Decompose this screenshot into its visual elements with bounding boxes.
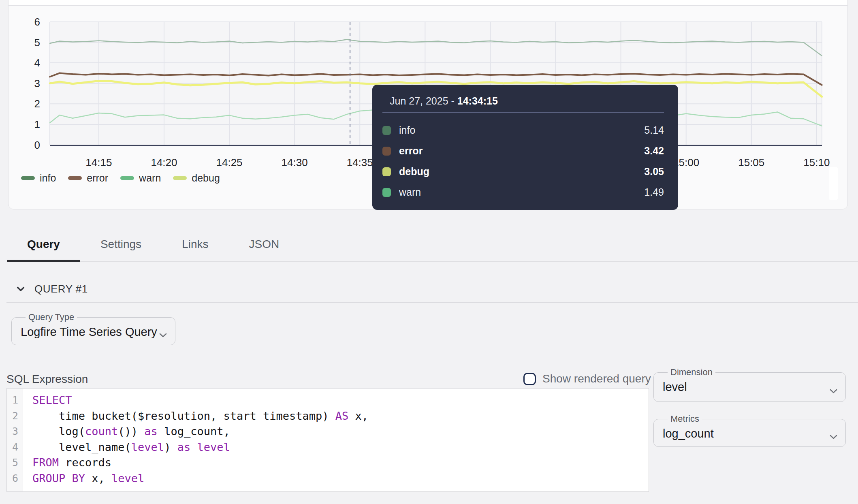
- checkbox-unchecked-icon[interactable]: [523, 373, 536, 385]
- legend-item-error[interactable]: error: [68, 172, 108, 184]
- legend-label: debug: [192, 172, 220, 184]
- tooltip-series-value: 3.05: [644, 166, 664, 177]
- legend-label: info: [40, 172, 56, 184]
- chevron-down-icon: [830, 435, 837, 439]
- tab-label: Query: [27, 238, 60, 251]
- legend-swatch-debug: [173, 176, 187, 180]
- tooltip-timestamp: Jun 27, 2025 - 14:34:15: [390, 94, 664, 107]
- tab-query[interactable]: Query: [7, 228, 80, 261]
- chevron-down-icon: [159, 333, 167, 337]
- tooltip-divider: [382, 112, 664, 113]
- tab-links[interactable]: Links: [162, 228, 228, 261]
- tooltip-series-value: 5.14: [644, 124, 664, 136]
- chart-panel: 14:1514:2014:2514:3014:3514:4014:4514:50…: [8, 5, 848, 209]
- code-line-5: FROM records: [32, 455, 649, 471]
- svg-text:0: 0: [34, 139, 40, 151]
- code-line-6: GROUP BY x, level: [32, 471, 649, 487]
- tooltip-series-name: warn: [399, 186, 421, 198]
- tooltip-series-value: 3.42: [644, 145, 664, 157]
- legend-swatch-warn: [120, 176, 134, 180]
- dimension-select[interactable]: Dimension level: [653, 367, 846, 402]
- svg-text:5: 5: [34, 36, 40, 49]
- tab-json[interactable]: JSON: [228, 228, 299, 261]
- tooltip-series-name: error: [399, 145, 423, 157]
- tooltip-swatch-info: [382, 126, 391, 135]
- tab-label: JSON: [249, 238, 279, 251]
- chart-tooltip: Jun 27, 2025 - 14:34:15 info5.14error3.4…: [372, 85, 678, 210]
- chevron-down-icon: [830, 389, 837, 393]
- tooltip-row-error: error3.42: [382, 141, 664, 161]
- metrics-label: Metrics: [668, 414, 702, 424]
- tab-label: Settings: [100, 238, 141, 251]
- chart-legend: infoerrorwarndebug: [21, 171, 220, 185]
- svg-text:14:35: 14:35: [347, 156, 373, 169]
- show-rendered-query-label: Show rendered query: [542, 372, 651, 385]
- tab-settings[interactable]: Settings: [80, 228, 162, 261]
- query-type-label: Query Type: [26, 312, 77, 322]
- svg-text:14:25: 14:25: [216, 156, 243, 169]
- panel-header-strip: [8, 0, 848, 5]
- code-line-1: SELECT: [32, 393, 649, 408]
- legend-label: warn: [139, 172, 161, 184]
- show-rendered-query-toggle[interactable]: Show rendered query: [523, 371, 651, 387]
- svg-text:3: 3: [34, 77, 40, 90]
- sql-editor[interactable]: 123456 SELECT time_bucket($resolution, s…: [6, 388, 649, 492]
- legend-item-info[interactable]: info: [21, 172, 56, 184]
- query-type-value: Logfire Time Series Query: [21, 325, 157, 339]
- tooltip-swatch-debug: [382, 167, 391, 176]
- legend-item-debug[interactable]: debug: [173, 172, 220, 184]
- code-line-4: level_name(level) as level: [32, 440, 649, 455]
- editor-code[interactable]: SELECT time_bucket($resolution, start_ti…: [23, 393, 649, 486]
- legend-swatch-error: [68, 176, 82, 180]
- query-type-select[interactable]: Query Type Logfire Time Series Query: [11, 312, 175, 345]
- svg-text:14:20: 14:20: [151, 156, 177, 169]
- dimension-value: level: [663, 380, 687, 394]
- tab-bar: QuerySettingsLinksJSON: [7, 228, 858, 262]
- query-section-header[interactable]: QUERY #1: [17, 281, 88, 297]
- dimension-label: Dimension: [668, 367, 715, 378]
- tooltip-series-name: debug: [399, 166, 429, 177]
- divider: [6, 302, 858, 303]
- legend-swatch-info: [21, 176, 35, 180]
- svg-text:15:05: 15:05: [738, 156, 764, 169]
- sql-expression-label: SQL Expression: [6, 373, 88, 386]
- svg-text:14:15: 14:15: [85, 156, 112, 169]
- svg-text:15:10: 15:10: [803, 156, 830, 169]
- legend-label: error: [87, 172, 108, 184]
- svg-text:6: 6: [34, 16, 40, 28]
- legend-item-warn[interactable]: warn: [120, 172, 161, 184]
- query-section-title: QUERY #1: [34, 283, 88, 295]
- editor-line-numbers: 123456: [7, 389, 23, 491]
- tooltip-series-value: 1.49: [644, 186, 664, 198]
- svg-text:4: 4: [34, 57, 40, 69]
- code-line-2: time_bucket($resolution, start_timestamp…: [32, 408, 649, 424]
- metrics-select[interactable]: Metrics log_count: [653, 414, 846, 447]
- metrics-value: log_count: [663, 427, 714, 440]
- tab-label: Links: [182, 238, 208, 251]
- tooltip-row-warn: warn1.49: [382, 182, 664, 203]
- tooltip-swatch-error: [382, 147, 391, 156]
- svg-text:2: 2: [34, 98, 40, 110]
- tooltip-row-debug: debug3.05: [382, 161, 664, 182]
- tooltip-row-info: info5.14: [382, 120, 664, 141]
- tooltip-swatch-warn: [382, 188, 391, 197]
- code-line-3: log(count()) as log_count,: [32, 424, 649, 440]
- scrollbar-thumb[interactable]: [829, 167, 838, 200]
- chevron-down-icon: [17, 286, 25, 292]
- svg-text:14:30: 14:30: [282, 156, 308, 169]
- tooltip-series-name: info: [399, 124, 415, 136]
- svg-text:1: 1: [34, 118, 40, 130]
